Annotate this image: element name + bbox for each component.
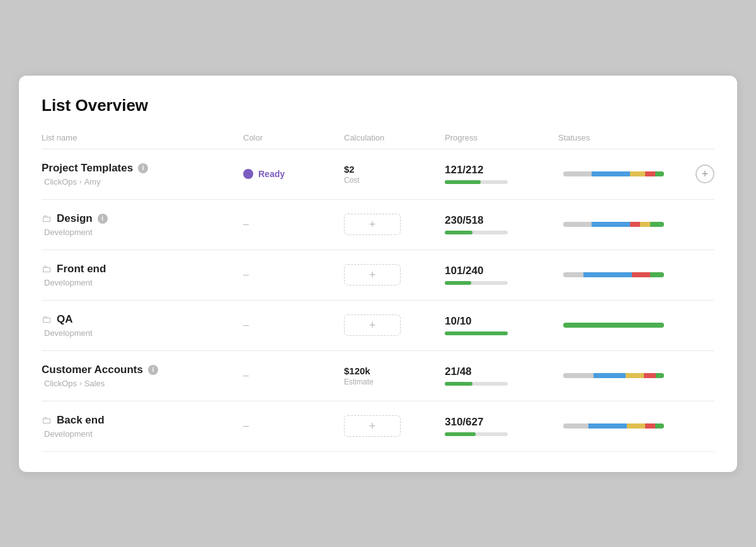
progress-bar-container — [445, 231, 508, 234]
progress-numbers: 10/10 — [445, 315, 558, 328]
status-segment — [563, 272, 583, 277]
table-row: 🗀Front endDevelopment–+101/240 — [42, 250, 714, 301]
status-segment — [656, 373, 664, 378]
breadcrumb-arrow: › — [79, 379, 82, 387]
status-segment — [650, 222, 664, 227]
status-segment — [644, 373, 656, 378]
list-name-text: Design — [57, 212, 93, 225]
color-dash: – — [243, 269, 249, 280]
info-icon[interactable]: i — [148, 365, 158, 375]
status-segment — [593, 373, 626, 378]
progress-numbers: 101/240 — [445, 265, 558, 277]
progress-cell: 230/518 — [445, 214, 558, 234]
list-name-cell: 🗀QADevelopment — [42, 313, 243, 338]
status-segment — [563, 423, 588, 429]
breadcrumb: ClickOps›Sales — [42, 379, 243, 388]
table-row: Customer AccountsiClickOps›Sales–$120kEs… — [42, 351, 714, 401]
list-overview-card: List Overview List name Color Calculatio… — [19, 76, 737, 472]
breadcrumb: Development — [42, 328, 243, 338]
status-segment — [592, 171, 630, 176]
list-name-text: QA — [57, 313, 73, 326]
color-cell: – — [243, 269, 344, 280]
status-segment — [592, 222, 630, 227]
calc-cell: + — [344, 314, 445, 336]
color-dot — [243, 169, 253, 179]
calc-type: Estimate — [344, 377, 445, 386]
calc-add-button[interactable]: + — [344, 314, 401, 336]
color-dash: – — [243, 370, 249, 381]
col-color: Color — [243, 133, 344, 142]
calc-type: Cost — [344, 176, 445, 185]
color-dash: – — [243, 219, 249, 230]
progress-bar-fill — [445, 281, 471, 285]
add-row-button[interactable]: + — [696, 164, 714, 183]
calc-add-button[interactable]: + — [344, 415, 401, 437]
status-segment — [630, 171, 645, 176]
statuses-cell — [558, 222, 689, 227]
breadcrumb: Development — [42, 227, 243, 237]
table-header: List name Color Calculation Progress Sta… — [42, 133, 714, 149]
status-segment — [655, 171, 664, 176]
progress-numbers: 230/518 — [445, 214, 558, 227]
color-cell: – — [243, 320, 344, 331]
breadcrumb-arrow: › — [79, 178, 82, 185]
calc-add-button[interactable]: + — [344, 264, 401, 285]
statuses-cell — [558, 373, 689, 378]
list-name-main: Project Templatesi — [42, 162, 243, 175]
progress-bar-container — [445, 331, 508, 335]
add-cell: + — [689, 164, 714, 183]
calc-cell: + — [344, 214, 445, 235]
color-label: Ready — [258, 169, 285, 179]
progress-numbers: 121/212 — [445, 164, 558, 176]
folder-icon: 🗀 — [42, 213, 52, 224]
calc-cell: + — [344, 264, 445, 285]
list-name-text: Customer Accounts — [42, 364, 143, 376]
list-name-main: Customer Accountsi — [42, 364, 243, 376]
calc-cell: + — [344, 415, 445, 437]
status-segment — [563, 373, 593, 378]
info-icon[interactable]: i — [138, 163, 148, 173]
info-icon[interactable]: i — [98, 214, 108, 224]
calc-add-button[interactable]: + — [344, 214, 401, 235]
list-name-main: 🗀QA — [42, 313, 243, 326]
status-segment — [645, 423, 655, 429]
progress-bar-fill — [445, 331, 508, 335]
breadcrumb: Development — [42, 429, 243, 439]
status-segment — [563, 171, 592, 176]
progress-bar-fill — [445, 382, 472, 386]
status-bar — [563, 373, 664, 378]
statuses-cell — [558, 171, 689, 176]
color-cell: – — [243, 219, 344, 230]
progress-bar-container — [445, 432, 508, 436]
progress-cell: 101/240 — [445, 265, 558, 285]
calc-cell: $2Cost — [344, 164, 445, 185]
table-row: 🗀Back endDevelopment–+310/627 — [42, 401, 714, 452]
status-bar — [563, 222, 664, 227]
progress-bar-container — [445, 281, 508, 285]
status-segment — [627, 423, 645, 429]
list-name-main: 🗀Front end — [42, 263, 243, 275]
status-bar — [563, 423, 664, 429]
status-bar — [563, 323, 664, 328]
list-name-text: Project Templates — [42, 162, 133, 175]
list-name-cell: 🗀Back endDevelopment — [42, 414, 243, 439]
progress-bar-container — [445, 382, 508, 386]
breadcrumb: Development — [42, 278, 243, 287]
list-name-cell: 🗀DesigniDevelopment — [42, 212, 243, 237]
status-segment — [645, 171, 655, 176]
progress-bar-fill — [445, 231, 472, 234]
status-segment — [563, 222, 592, 227]
progress-cell: 10/10 — [445, 315, 558, 335]
progress-numbers: 21/48 — [445, 366, 558, 378]
list-name-text: Back end — [57, 414, 105, 427]
col-list-name: List name — [42, 133, 243, 142]
folder-icon: 🗀 — [42, 415, 52, 426]
status-segment — [588, 423, 627, 429]
folder-icon: 🗀 — [42, 263, 52, 275]
list-name-cell: Project TemplatesiClickOps›Amy — [42, 162, 243, 187]
progress-cell: 310/627 — [445, 416, 558, 436]
color-cell: – — [243, 420, 344, 432]
folder-icon: 🗀 — [42, 314, 52, 325]
breadcrumb: ClickOps›Amy — [42, 177, 243, 187]
color-cell: Ready — [243, 169, 344, 179]
